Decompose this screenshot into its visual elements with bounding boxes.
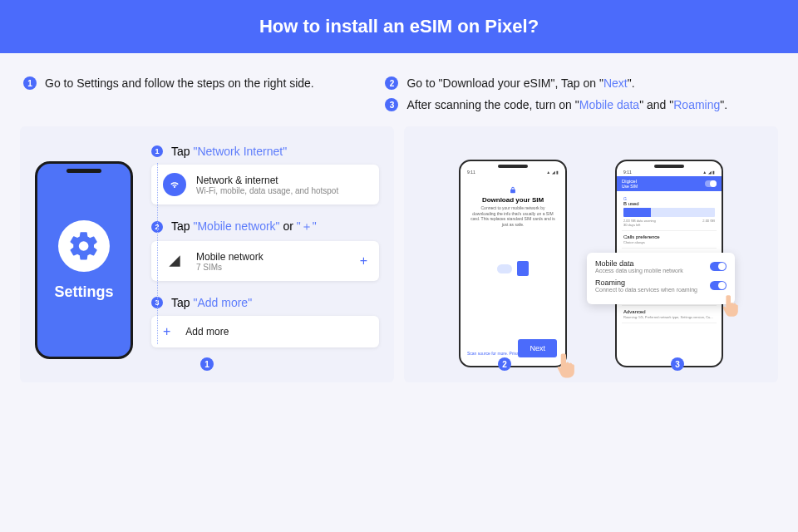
step-badge: 1 (151, 145, 163, 157)
next-button[interactable]: Next (518, 339, 557, 357)
page-header: How to install an eSIM on Pixel? (0, 0, 798, 53)
phone-mock-sim-settings: 9:11▲ ◢ ▮ Digicel Use SIM GB used 2.00 G… (615, 160, 723, 367)
roaming-row[interactable]: Roaming Connect to data services when ro… (595, 278, 727, 293)
highlight-next: Next (603, 76, 628, 90)
roaming-title: Roaming (595, 278, 697, 287)
summary-step-1: 1 Go to Settings and follow the steps on… (23, 76, 362, 90)
panel-footer-badge: 1 (20, 357, 394, 371)
use-sim-toggle[interactable] (705, 180, 717, 187)
download-sim-desc: Connect to your mobile network by downlo… (461, 204, 565, 229)
signal-icon (163, 249, 186, 273)
step-text: After scanning the code, turn on "Mobile… (406, 98, 727, 111)
step-text: Go to "Download your eSIM", Tap on "Next… (406, 76, 634, 90)
dotted-connector (157, 163, 158, 344)
panel-number-badge: 3 (671, 357, 684, 371)
use-sim-label: Use SIM (622, 184, 638, 189)
plus-icon: + (163, 324, 170, 339)
substep-1: 1 Tap "Network Internet" Network & inter… (151, 145, 379, 204)
phone-mock-settings: Settings (35, 161, 133, 359)
cloud-sim-graphic (497, 261, 529, 276)
phone-label: Settings (54, 283, 113, 301)
card-mobile-network[interactable]: Mobile network 7 SIMs + (151, 241, 379, 281)
status-bar: 9:11▲ ◢ ▮ (467, 170, 559, 175)
instruction-summary: 1 Go to Settings and follow the steps on… (0, 53, 798, 126)
step-text: Go to Settings and follow the steps on t… (45, 76, 314, 90)
summary-step-2: 2 Go to "Download your eSIM", Tap on "Ne… (385, 76, 775, 90)
mobile-data-row[interactable]: Mobile data Access data using mobile net… (595, 259, 727, 273)
plus-icon[interactable]: + (360, 254, 367, 268)
mobile-data-toggle[interactable] (710, 262, 727, 271)
panel-number-badge: 1 (200, 357, 214, 371)
card-title: Mobile network (196, 251, 264, 263)
page-title: How to install an eSIM on Pixel? (259, 16, 539, 37)
card-add-more[interactable]: + Add more (151, 316, 379, 347)
phone-mock-download-sim: 9:11▲ ◢ ▮ Download your SIM Connect to y… (459, 160, 567, 367)
substep-2: 2 Tap "Mobile network" or "＋" Mobile net… (151, 219, 379, 281)
panel-number-badge: 2 (498, 357, 511, 371)
panel-1: Settings 1 Tap "Network Internet" Networ… (20, 126, 394, 382)
card-subtitle: 7 SIMs (196, 263, 264, 272)
status-bar: 9:11▲ ◢ ▮ (623, 170, 715, 175)
advanced-row[interactable]: AdvancedRoaming: 5G, Preferred network t… (622, 306, 717, 323)
panels-row: Settings 1 Tap "Network Internet" Networ… (0, 126, 798, 382)
highlight-mobile-data: Mobile data (579, 98, 639, 111)
card-network-internet[interactable]: Network & internet Wi-Fi, mobile, data u… (151, 165, 379, 204)
card-subtitle: Wi-Fi, mobile, data usage, and hotspot (196, 186, 338, 195)
mobile-data-sub: Access data using mobile network (595, 268, 683, 273)
summary-left: 1 Go to Settings and follow the steps on… (23, 76, 362, 111)
calls-preference-row[interactable]: Calls preferenceChoice always (622, 231, 717, 249)
data-usage-meter (623, 208, 715, 217)
panel-2-3: 9:11▲ ◢ ▮ Download your SIM Connect to y… (404, 126, 778, 382)
wifi-icon (163, 173, 186, 196)
highlight-roaming: Roaming (673, 98, 720, 111)
step-badge: 2 (385, 76, 398, 90)
summary-step-3: 3 After scanning the code, turn on "Mobi… (385, 98, 775, 111)
summary-right: 2 Go to "Download your eSIM", Tap on "Ne… (385, 76, 775, 111)
step-badge: 1 (23, 76, 37, 90)
roaming-toggle[interactable] (710, 281, 727, 290)
substep-3: 3 Tap "Add more" + Add more (151, 296, 379, 347)
card-title: Add more (185, 326, 229, 337)
carrier-header: Digicel Use SIM (617, 176, 722, 191)
download-sim-title: Download your SIM (461, 196, 565, 204)
mobile-data-title: Mobile data (595, 259, 683, 268)
substeps-list: 1 Tap "Network Internet" Network & inter… (151, 145, 379, 367)
roaming-sub: Connect to data services when roaming (595, 287, 697, 293)
card-title: Network & internet (196, 175, 338, 186)
panel-footer-badges: 2 3 (404, 357, 778, 371)
gear-icon (58, 220, 110, 272)
toggles-overlay: Mobile data Access data using mobile net… (587, 253, 735, 304)
step-badge: 3 (385, 98, 398, 111)
pointer-hand-icon (720, 293, 741, 319)
lock-icon (509, 183, 517, 191)
